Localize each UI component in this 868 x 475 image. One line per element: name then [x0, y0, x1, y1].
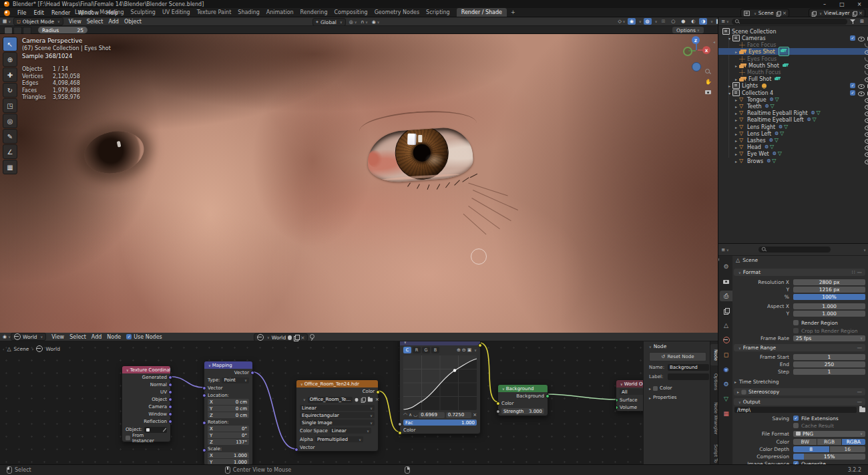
color-depth-segment[interactable]: 8 16: [793, 446, 865, 452]
compression-slider[interactable]: 15%: [793, 454, 865, 460]
workspace-tab-geometry-nodes[interactable]: Geometry Nodes: [375, 9, 419, 15]
rotation-y-field[interactable]: Y0°: [208, 432, 249, 439]
select-mode-new-icon[interactable]: [4, 27, 13, 34]
outliner-row-cameras[interactable]: ▾ Cameras ✓: [718, 35, 868, 41]
rotation-z-field[interactable]: Z137°: [208, 439, 249, 445]
from-instancer-checkbox[interactable]: [126, 436, 130, 440]
strength-field[interactable]: Strength3.000: [501, 408, 544, 414]
tool-annotate[interactable]: ✎: [3, 129, 17, 144]
socket-reflection-out[interactable]: [168, 420, 172, 424]
socket-vector-out[interactable]: [250, 371, 254, 375]
expand-arrow[interactable]: ▸: [733, 159, 739, 164]
workspace-tab-texture-paint[interactable]: Texture Paint: [197, 9, 232, 15]
hide-eye-icon[interactable]: [858, 83, 865, 89]
hide-eye-icon[interactable]: [865, 104, 868, 110]
show-gizmo-icon[interactable]: ◇∨: [618, 18, 626, 25]
new-viewlayer-icon[interactable]: [852, 11, 856, 15]
tab-node-wrangler[interactable]: Node Wrangler: [710, 399, 718, 438]
tab-world-icon[interactable]: [720, 335, 732, 345]
channel-r-button[interactable]: R: [413, 347, 421, 353]
tab-object-data-icon[interactable]: ▽: [720, 393, 732, 404]
open-image-icon[interactable]: [368, 398, 373, 402]
depth-16-option[interactable]: 16: [830, 446, 866, 452]
blender-menu-icon[interactable]: [4, 10, 10, 16]
world-datablock-selector[interactable]: ∨ World ×: [254, 333, 308, 341]
workspace-tab-shading[interactable]: Shading: [238, 9, 260, 15]
color-rgba-option[interactable]: RGBA: [842, 439, 865, 445]
tool-add-cube[interactable]: ▦: [3, 160, 17, 174]
unlink-scene-icon[interactable]: ×: [783, 10, 787, 16]
mesh-data-icon[interactable]: ▽: [784, 124, 790, 130]
select-mode-subtract-icon[interactable]: [23, 27, 31, 34]
modifier-icon[interactable]: ⚙: [765, 144, 770, 150]
scene-selector[interactable]: ∨ Scene ×: [740, 9, 789, 17]
reset-node-button[interactable]: ↺Reset Node: [649, 352, 706, 361]
tool-move[interactable]: ✚: [3, 67, 17, 82]
camera-data-icon[interactable]: [781, 48, 787, 53]
eyedropper-icon[interactable]: [163, 428, 166, 432]
render-region-checkbox[interactable]: [793, 320, 799, 325]
hide-eye-icon[interactable]: [865, 124, 868, 130]
pivot-point-dropdown[interactable]: ◎∨: [349, 19, 357, 25]
modifier-icon[interactable]: ⚙: [775, 131, 780, 136]
mesh-data-icon[interactable]: ▽: [770, 144, 776, 150]
outliner-row-mouth-focus[interactable]: Mouth Focus: [718, 69, 868, 75]
node-environment-texture[interactable]: ∨Office_Room_Ten24.hdr Color ∨ Office_Ro…: [296, 379, 379, 452]
expand-arrow[interactable]: ▸: [733, 98, 739, 102]
modifier-icon[interactable]: ⚙: [773, 151, 778, 156]
expand-arrow[interactable]: ▸: [733, 77, 739, 82]
modifier-icon[interactable]: ⚙: [811, 110, 817, 116]
channel-g-button[interactable]: G: [422, 347, 430, 353]
tab-texture-icon[interactable]: ▦: [720, 408, 732, 419]
pin-icon[interactable]: [718, 257, 719, 264]
socket-color-in[interactable]: [496, 402, 500, 406]
node-panel-title[interactable]: Node: [654, 343, 667, 349]
outliner-row-eyes-shot[interactable]: ▸ Eyes Shot: [718, 48, 868, 55]
tool-measure[interactable]: ∠: [3, 144, 17, 159]
expand-arrow[interactable]: ▸: [733, 118, 739, 122]
socket-vector-in[interactable]: [294, 448, 298, 452]
socket-strength-in[interactable]: [496, 410, 500, 414]
shading-material-icon[interactable]: ◐: [689, 18, 697, 25]
socket-object-out[interactable]: [168, 398, 172, 402]
viewport-menu-object[interactable]: Object: [124, 19, 142, 25]
outliner-row-realtime-eyeball-right[interactable]: ▸ ▽ Realtime Eyeball Right ⚙ ▽: [718, 110, 868, 116]
socket-scale-in[interactable]: [202, 448, 206, 452]
frame-rate-dropdown[interactable]: 25 fps∨: [793, 335, 865, 341]
hide-eye-icon[interactable]: [865, 144, 868, 150]
location-y-field[interactable]: Y0 cm: [208, 406, 249, 412]
new-scene-icon[interactable]: [776, 11, 780, 15]
socket-fac-in[interactable]: [398, 422, 402, 426]
workspace-tab-modeling[interactable]: Modeling: [99, 9, 124, 15]
curve-zoom-out-icon[interactable]: ⊖: [462, 347, 466, 353]
expand-arrow[interactable]: ▸: [733, 63, 739, 68]
curve-tools-icon[interactable]: ▣: [467, 347, 472, 353]
frame-end-field[interactable]: 250: [793, 361, 865, 367]
cache-result-checkbox[interactable]: [793, 423, 799, 428]
socket-color-in[interactable]: [398, 431, 402, 435]
source-dropdown[interactable]: Single Image∨: [300, 420, 375, 426]
outliner-row-eye-wet[interactable]: ▸ ▽ Eye Wet ⚙ ▽: [718, 150, 868, 157]
transform-orientation-dropdown[interactable]: ⌖ Global∨: [312, 18, 346, 26]
shader-editor-type-icon[interactable]: ◉∨: [3, 333, 11, 340]
navigation-gizmo[interactable]: Z X ✋: [682, 35, 717, 102]
location-z-field[interactable]: Z0 cm: [208, 412, 249, 418]
modifier-icon[interactable]: ⚙: [769, 138, 775, 143]
tab-output-icon[interactable]: ⎙: [720, 291, 732, 301]
shader-node-canvas[interactable]: ‹ △ Scene › World ∨Texture Coordinate Ge…: [0, 341, 718, 464]
copy-datablock-icon[interactable]: [294, 335, 298, 340]
node-background[interactable]: ∨Background Background Color Strength3.0…: [497, 384, 548, 416]
socket-vector-in[interactable]: [202, 386, 206, 390]
frame-step-field[interactable]: 1: [793, 369, 865, 375]
viewport-menu-view[interactable]: View: [69, 19, 81, 25]
shader-type-dropdown[interactable]: World∨: [11, 333, 46, 341]
handle-vector-icon[interactable]: ∧: [409, 412, 412, 418]
shader-menu-add[interactable]: Add: [91, 334, 102, 340]
gizmo-z-axis[interactable]: Z: [692, 36, 700, 44]
mesh-data-icon[interactable]: ▽: [775, 97, 781, 102]
expand-arrow[interactable]: ▸: [733, 132, 739, 136]
tool-transform[interactable]: ◎: [3, 114, 17, 128]
pin-datablock-icon[interactable]: [310, 334, 314, 341]
interpolation-dropdown[interactable]: Linear∨: [300, 405, 375, 411]
copy-image-icon[interactable]: [361, 398, 365, 402]
